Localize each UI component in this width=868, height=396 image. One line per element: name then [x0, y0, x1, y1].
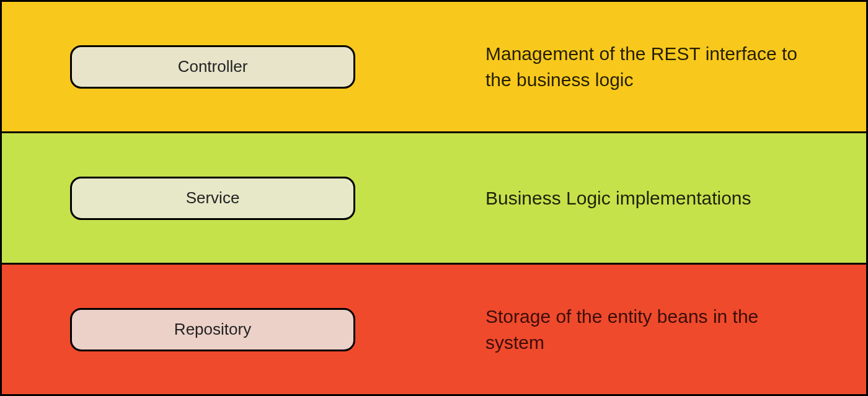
- architecture-diagram: Controller Management of the REST interf…: [0, 0, 868, 396]
- controller-description: Management of the REST interface to the …: [374, 41, 829, 93]
- repository-pill: Repository: [70, 308, 355, 351]
- service-pill: Service: [70, 177, 355, 220]
- service-label: Service: [186, 188, 240, 208]
- repository-pill-container: Repository: [70, 308, 374, 351]
- service-pill-container: Service: [70, 177, 374, 220]
- service-description: Business Logic implementations: [374, 185, 829, 211]
- controller-pill-container: Controller: [70, 45, 374, 89]
- repository-label: Repository: [174, 320, 251, 339]
- controller-layer: Controller Management of the REST interf…: [2, 2, 866, 133]
- controller-pill: Controller: [70, 45, 355, 89]
- service-layer: Service Business Logic implementations: [2, 133, 866, 265]
- repository-layer: Repository Storage of the entity beans i…: [2, 265, 866, 394]
- repository-description: Storage of the entity beans in the syste…: [374, 304, 829, 356]
- controller-label: Controller: [178, 57, 248, 76]
